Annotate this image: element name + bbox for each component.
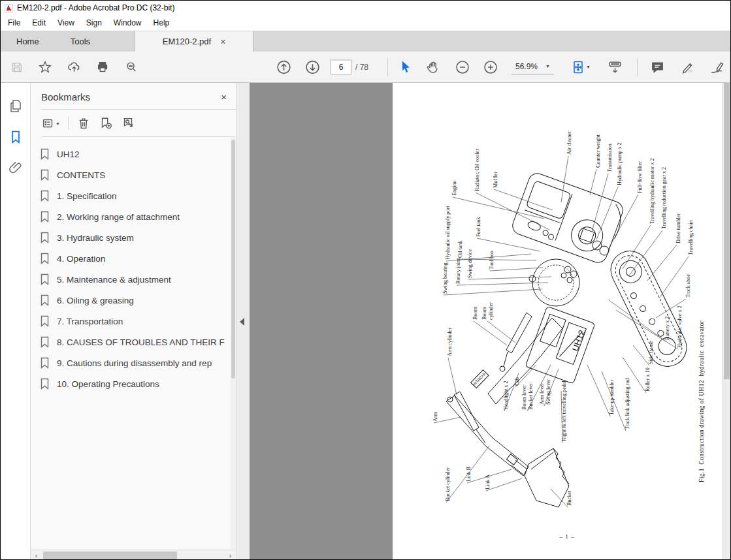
panel-vertical-scrollbar[interactable] (231, 138, 236, 550)
navigation-strip (1, 83, 31, 560)
bookmark-item[interactable]: UH12 (40, 144, 236, 164)
save-icon[interactable] (10, 60, 24, 74)
bookmark-item[interactable]: 9. Cautions during disassembly and rep (40, 352, 236, 373)
print-icon[interactable] (95, 60, 110, 74)
attachments-icon[interactable] (8, 160, 24, 178)
cloud-upload-icon[interactable] (67, 59, 82, 74)
search-icon[interactable] (124, 60, 138, 74)
tab-document[interactable]: EM120-2.pdf × (135, 31, 253, 52)
delete-bookmark-icon[interactable] (76, 116, 91, 131)
chevron-down-icon: ▼ (56, 121, 60, 126)
select-tool-icon[interactable] (398, 59, 413, 74)
scroll-right-icon[interactable]: › (225, 552, 236, 559)
expand-bookmark-icon[interactable] (121, 116, 135, 131)
scrollbar-thumb[interactable] (43, 552, 177, 560)
bookmark-item[interactable]: 3. Hydraulic system (40, 227, 236, 248)
page-thumbnails-icon[interactable] (8, 99, 24, 117)
fit-page-dropdown[interactable]: ▼ (570, 59, 591, 75)
diagram-label: Counter weight (595, 134, 602, 168)
panel-horizontal-scrollbar[interactable]: ‹ › (31, 550, 236, 560)
diagram-label: Engine (451, 181, 458, 196)
tab-tools[interactable]: Tools (55, 31, 106, 52)
menu-view[interactable]: View (52, 16, 80, 29)
hand-tool-icon[interactable] (426, 59, 441, 74)
bookmark-item[interactable]: CONTENTS (40, 164, 236, 185)
acrobat-pdf-icon (5, 4, 13, 12)
diagram-label: Drive tumbler (675, 213, 682, 243)
bookmark-icon (40, 315, 50, 327)
bookmark-icon (40, 211, 50, 223)
chevron-down-icon: ▼ (545, 64, 550, 69)
next-page-icon[interactable] (304, 59, 321, 75)
close-icon[interactable]: × (221, 91, 227, 102)
zoom-level-dropdown[interactable]: 56.9% ▼ (512, 59, 554, 74)
highlight-pen-icon[interactable] (680, 59, 695, 74)
page-total-label: / 78 (355, 63, 368, 72)
bookmark-icon (40, 148, 50, 160)
menu-edit[interactable]: Edit (26, 16, 52, 29)
diagram-label: Hydraulic oil supply port (445, 206, 451, 260)
diagram-label: Radiator, Oil cooler (474, 149, 481, 191)
show-toolbar-icon[interactable] (607, 59, 623, 75)
tab-close-icon[interactable]: × (220, 37, 225, 46)
new-bookmark-icon[interactable] (99, 116, 113, 131)
diagram-label: Hydraulic pump x 2 (617, 142, 623, 185)
document-pane: UH12 HITACHI Air cleanerCounter weightTr… (250, 83, 730, 560)
tab-home[interactable]: Home (1, 31, 55, 52)
bookmark-item[interactable]: 2. Working range of attachment (40, 206, 236, 227)
diagram-label: Arm cylinder (447, 328, 453, 356)
bookmark-item-label: 8. CAUSES OF TROUBLES AND THEIR F (57, 337, 225, 347)
bookmark-options-icon[interactable]: ▼ (41, 116, 60, 131)
bookmark-item[interactable]: 5. Maintenance & adjustment (40, 269, 236, 290)
diagram-label: Boom lever Bucket lever (521, 382, 535, 410)
diagram-label: Cab (514, 377, 521, 386)
bookmarks-list: UH12 CONTENTS 1. Specification 2. Workin… (31, 137, 236, 394)
comment-icon[interactable] (650, 59, 665, 74)
zoom-in-icon[interactable] (483, 59, 498, 75)
diagram-label: Battery x 2 (664, 317, 671, 340)
bookmark-item-label: 3. Hydraulic system (57, 233, 134, 243)
bookmark-item-label: 6. Oiling & greasing (57, 296, 134, 305)
bookmark-item[interactable]: 8. CAUSES OF TROUBLES AND THEIR F (40, 332, 236, 352)
tab-bar: Home Tools EM120-2.pdf × (1, 31, 730, 52)
page-number-input[interactable]: 6 (331, 59, 351, 74)
star-icon[interactable] (38, 60, 52, 74)
bookmark-item[interactable]: 10. Operating Precautions (40, 373, 236, 394)
scroll-left-icon[interactable]: ‹ (31, 552, 42, 559)
toolbar-separator (387, 58, 388, 76)
bookmark-item[interactable]: 1. Specification (40, 185, 236, 206)
tab-document-label: EM120-2.pdf (163, 37, 211, 46)
bookmark-item[interactable]: 6. Oiling & greasing (40, 290, 236, 311)
sign-pen-icon[interactable] (709, 59, 725, 75)
document-vertical-scrollbar[interactable] (723, 83, 730, 560)
menu-help[interactable]: Help (148, 16, 176, 29)
zoom-out-icon[interactable] (455, 59, 470, 75)
diagram-label: Arm (432, 412, 439, 422)
bookmark-item-label: CONTENTS (57, 170, 105, 180)
bookmark-item[interactable]: 7. Transportation (40, 311, 236, 332)
diagram-label: Bucket cylinder (445, 467, 451, 501)
cab-model-text: UH12 (570, 329, 587, 352)
diagram-label: Boom cylinder (481, 302, 495, 320)
chevron-down-icon: ▼ (586, 65, 591, 69)
bookmark-item-label: 9. Cautions during disassembly and rep (57, 358, 212, 368)
bookmarks-toolbar: ▼ (31, 110, 236, 136)
diagram-label: Bucket (566, 491, 573, 506)
menu-file[interactable]: File (2, 16, 26, 29)
menu-sign[interactable]: Sign (80, 16, 108, 29)
divider (68, 117, 69, 130)
diagram-label: Swing device (467, 249, 474, 278)
bookmark-item[interactable]: 4. Operation (40, 248, 236, 269)
collapse-panel-icon[interactable] (240, 318, 244, 326)
menu-window[interactable]: Window (108, 16, 148, 29)
diagram-label: Headlight x 2 (503, 381, 510, 410)
bookmark-item-label: 2. Working range of attachment (57, 212, 180, 222)
diagram-label: Travelling hydraulic motor x 2 (649, 158, 656, 224)
bookmark-icon (40, 273, 50, 285)
previous-page-icon[interactable] (276, 59, 292, 75)
bookmarks-panel-icon[interactable] (8, 129, 24, 148)
bookmarks-panel-title: Bookmarks (41, 91, 90, 102)
panel-divider[interactable] (236, 83, 250, 560)
bookmark-icon (40, 232, 50, 243)
diagram-label: Travelling chain (688, 220, 694, 255)
